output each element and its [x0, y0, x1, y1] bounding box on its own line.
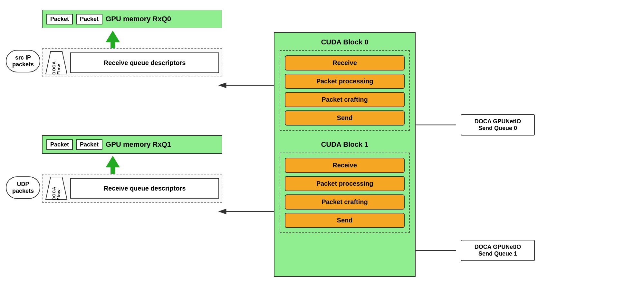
- cloud-shape-src: src IP packets: [6, 50, 40, 72]
- cuda-block-0: CUDA Block 0 Receive Packet processing P…: [280, 38, 410, 131]
- packet-box-1a: Packet: [46, 139, 73, 150]
- cuda-block-1: CUDA Block 1 Receive Packet processing P…: [280, 140, 410, 233]
- gpu-memory-rxq0: Packet Packet GPU memory RxQ0: [42, 10, 222, 28]
- cuda-step-0-processing: Packet processing: [285, 74, 405, 89]
- cloud-udp: UDP packets: [6, 176, 40, 199]
- packet-box-0a: Packet: [46, 14, 73, 24]
- doca-flow-0: DOCA Flow: [45, 51, 68, 75]
- cuda-block-0-inner: Receive Packet processing Packet craftin…: [280, 50, 410, 131]
- cuda-step-0-crafting: Packet crafting: [285, 92, 405, 107]
- packet-box-0b: Packet: [76, 14, 102, 24]
- cloud-src-ip: src IP packets: [6, 50, 40, 72]
- packet-box-1b: Packet: [76, 139, 102, 150]
- receive-row-0: DOCA Flow Receive queue descriptors: [42, 48, 222, 77]
- send-queue-1: DOCA GPUNetIO Send Queue 1: [461, 240, 535, 261]
- gpu-memory-rxq1-label: GPU memory RxQ1: [106, 140, 171, 149]
- cuda-block-0-title: CUDA Block 0: [280, 38, 410, 46]
- cuda-step-1-receive: Receive: [285, 158, 405, 173]
- cuda-step-0-send: Send: [285, 110, 405, 126]
- arrow-up-0: [106, 31, 120, 42]
- cuda-block-1-inner: Receive Packet processing Packet craftin…: [280, 153, 410, 233]
- cuda-step-0-receive: Receive: [285, 55, 405, 70]
- diagram: Packet Packet GPU memory RxQ0 Data Path …: [0, 0, 644, 300]
- gpu-memory-rxq0-label: GPU memory RxQ0: [106, 15, 171, 23]
- cloud-shape-udp: UDP packets: [6, 176, 40, 199]
- send-queue-0: DOCA GPUNetIO Send Queue 0: [461, 114, 535, 136]
- receive-row-1: DOCA Flow Receive queue descriptors: [42, 174, 222, 203]
- gpu-memory-rxq1: Packet Packet GPU memory RxQ1: [42, 135, 222, 154]
- doca-flow-1: DOCA Flow: [45, 176, 68, 200]
- cuda-step-1-crafting: Packet crafting: [285, 194, 405, 210]
- doca-flow-label-0: DOCA Flow: [52, 51, 61, 75]
- cuda-block-1-title: CUDA Block 1: [280, 140, 410, 149]
- arrow-up-1: [106, 156, 120, 167]
- cuda-step-1-send: Send: [285, 213, 405, 228]
- cuda-outer-container: CUDA Block 0 Receive Packet processing P…: [274, 32, 416, 277]
- receive-queue-box-0: Receive queue descriptors: [70, 52, 219, 73]
- doca-flow-label-1: DOCA Flow: [52, 176, 61, 200]
- cuda-step-1-processing: Packet processing: [285, 176, 405, 191]
- receive-queue-box-1: Receive queue descriptors: [70, 178, 219, 199]
